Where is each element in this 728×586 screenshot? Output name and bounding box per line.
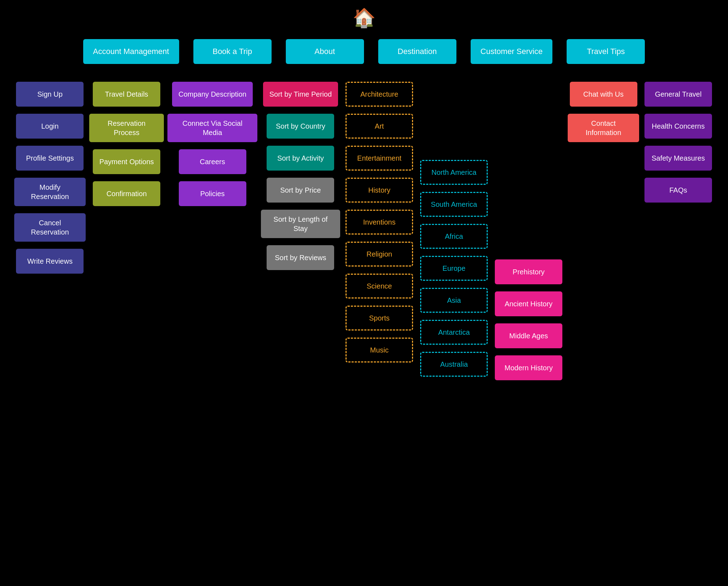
tree-container: Sign Up Login Profile Settings Modify Re… (0, 82, 728, 380)
nav-account-management[interactable]: Account Management (83, 39, 179, 64)
node-sort-by-length-of-stay[interactable]: Sort by Length of Stay (261, 210, 340, 238)
node-travel-details[interactable]: Travel Details (93, 82, 160, 107)
column-destination-periods: Prehistory Ancient History Middle Ages M… (493, 82, 564, 380)
node-architecture[interactable]: Architecture (346, 82, 413, 107)
node-sign-up[interactable]: Sign Up (16, 82, 84, 107)
column-account-management: Sign Up Login Profile Settings Modify Re… (14, 82, 86, 380)
node-sort-by-country[interactable]: Sort by Country (267, 114, 334, 139)
node-europe[interactable]: Europe (420, 256, 488, 281)
node-contact-information[interactable]: Contact Information (568, 114, 639, 142)
column-about: Company Description Connect Via Social M… (167, 82, 257, 380)
node-religion[interactable]: Religion (346, 242, 413, 267)
node-sort-by-time-period[interactable]: Sort by Time Period (263, 82, 338, 107)
node-prehistory[interactable]: Prehistory (495, 259, 562, 284)
node-health-concerns[interactable]: Health Concerns (644, 114, 712, 139)
node-art[interactable]: Art (346, 114, 413, 139)
node-sort-by-reviews[interactable]: Sort by Reviews (267, 245, 334, 270)
node-africa[interactable]: Africa (420, 224, 488, 249)
node-ancient-history[interactable]: Ancient History (495, 291, 562, 316)
column-destination-activities: Architecture Art Entertainment History I… (344, 82, 415, 380)
node-middle-ages[interactable]: Middle Ages (495, 323, 562, 348)
column-destination: Sort by Time Period Sort by Country Sort… (261, 82, 340, 380)
node-careers[interactable]: Careers (179, 149, 246, 174)
node-modern-history[interactable]: Modern History (495, 355, 562, 380)
node-australia[interactable]: Australia (420, 352, 488, 377)
navigation-bar: Account Management Book a Trip About Des… (0, 39, 728, 64)
node-north-america[interactable]: North America (420, 160, 488, 185)
column-travel-tips: General Travel Health Concerns Safety Me… (643, 82, 714, 380)
column-book-a-trip: Travel Details Reservation Process Payme… (89, 82, 164, 380)
node-sports[interactable]: Sports (346, 306, 413, 330)
node-science[interactable]: Science (346, 274, 413, 299)
nav-book-a-trip[interactable]: Book a Trip (193, 39, 272, 64)
node-antarctica[interactable]: Antarctica (420, 320, 488, 345)
nav-about[interactable]: About (286, 39, 364, 64)
node-general-travel[interactable]: General Travel (644, 82, 712, 107)
node-confirmation[interactable]: Confirmation (93, 181, 160, 206)
column-destination-regions: North America South America Africa Europ… (418, 82, 489, 380)
node-faqs[interactable]: FAQs (644, 178, 712, 203)
node-music[interactable]: Music (346, 338, 413, 362)
nav-destination[interactable]: Destination (378, 39, 456, 64)
node-asia[interactable]: Asia (420, 288, 488, 313)
node-connect-via-social-media[interactable]: Connect Via Social Media (167, 114, 257, 142)
node-south-america[interactable]: South America (420, 192, 488, 217)
node-login[interactable]: Login (16, 114, 84, 139)
node-write-reviews[interactable]: Write Reviews (16, 249, 84, 274)
node-policies[interactable]: Policies (179, 181, 246, 206)
nav-customer-service[interactable]: Customer Service (471, 39, 553, 64)
node-chat-with-us[interactable]: Chat with Us (570, 82, 637, 107)
column-customer-service: Chat with Us Contact Information (568, 82, 639, 380)
node-inventions[interactable]: Inventions (346, 210, 413, 235)
node-history[interactable]: History (346, 178, 413, 203)
node-entertainment[interactable]: Entertainment (346, 146, 413, 171)
node-sort-by-price[interactable]: Sort by Price (267, 178, 334, 203)
node-cancel-reservation[interactable]: Cancel Reservation (14, 213, 86, 242)
node-safety-measures[interactable]: Safety Measures (644, 146, 712, 171)
node-modify-reservation[interactable]: Modify Reservation (14, 178, 86, 206)
node-sort-by-activity[interactable]: Sort by Activity (267, 146, 334, 171)
node-company-description[interactable]: Company Description (172, 82, 253, 107)
nav-travel-tips[interactable]: Travel Tips (567, 39, 645, 64)
node-payment-options[interactable]: Payment Options (93, 149, 160, 174)
node-profile-settings[interactable]: Profile Settings (16, 146, 84, 171)
home-icon: 🏠 (353, 7, 376, 29)
node-reservation-process[interactable]: Reservation Process (89, 114, 164, 142)
